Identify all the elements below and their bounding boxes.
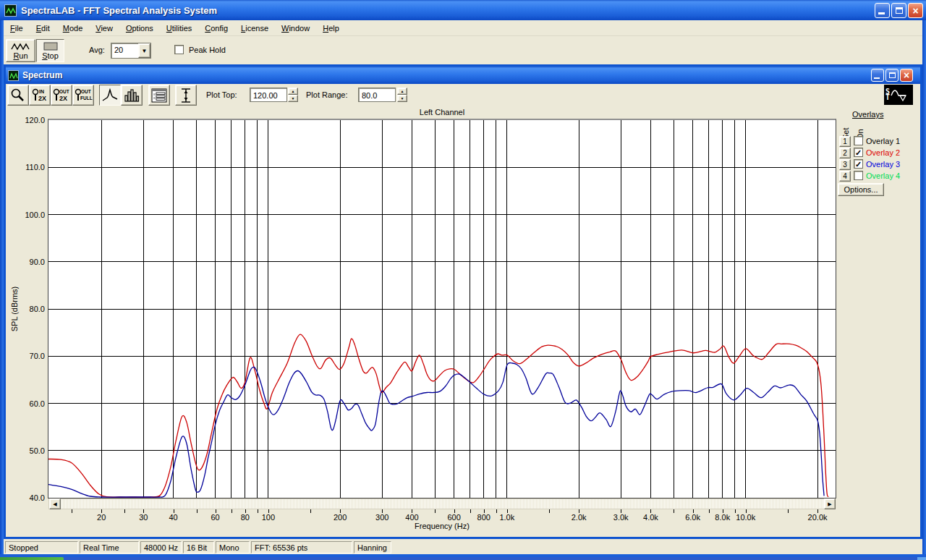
- zoom-tool-button[interactable]: [7, 85, 29, 106]
- app-icon: [4, 4, 17, 17]
- run-button[interactable]: Run: [6, 39, 35, 62]
- zoom-out-2x-button[interactable]: OUT2X: [51, 85, 72, 106]
- overlay-4-set-button[interactable]: 4: [839, 171, 851, 182]
- overlay-3-label: Overlay 3: [866, 160, 917, 169]
- tray-fragment: [917, 557, 926, 560]
- overlay-4-checkbox[interactable]: [854, 171, 863, 180]
- stop-square-icon: [43, 42, 59, 51]
- menu-view[interactable]: View: [89, 22, 119, 35]
- title-bar: SpectraLAB - FFT Spectral Analysis Syste…: [0, 0, 926, 20]
- overlay-1-label: Overlay 1: [866, 137, 917, 145]
- spin-down-icon[interactable]: ▼: [288, 95, 298, 102]
- overlay-3-set-button[interactable]: 3: [839, 159, 851, 170]
- status-fft-size: FFT: 65536 pts: [251, 541, 352, 553]
- status-channels: Mono: [216, 541, 250, 553]
- overlay-2-label: Overlay 2: [866, 148, 917, 157]
- overlay-4-label: Overlay 4: [866, 171, 917, 180]
- bar-view-button[interactable]: [121, 85, 143, 106]
- svg-text:2X: 2X: [38, 95, 46, 102]
- zoom-out-full-button[interactable]: OUTFULL: [72, 85, 94, 106]
- menu-file[interactable]: File: [4, 22, 30, 35]
- status-mode: Real Time: [80, 541, 139, 553]
- plot-top-label: Plot Top:: [206, 90, 237, 99]
- spectrum-toolbar: IN2X OUT2X OUTFULL Plot Top: ▲ ▼ Plot Ra…: [6, 84, 920, 107]
- maximize-icon: [889, 72, 896, 78]
- vertical-range-icon: [177, 87, 195, 104]
- signal-generator-icon[interactable]: ST: [884, 85, 913, 105]
- menu-config[interactable]: Config: [198, 22, 234, 35]
- overlay-2-set-button[interactable]: 2: [839, 148, 851, 158]
- minimize-button[interactable]: [875, 3, 890, 18]
- avg-dropdown-arrow-icon[interactable]: ▼: [138, 43, 150, 58]
- status-sample-rate: 48000 Hz: [140, 541, 182, 553]
- plot-range-input[interactable]: [358, 88, 396, 102]
- display-options-button[interactable]: [148, 85, 170, 106]
- overlay-1-checkbox[interactable]: [854, 136, 863, 145]
- window-title: SpectraLAB - FFT Spectral Analysis Syste…: [21, 5, 217, 16]
- spectrum-curve-icon: [101, 87, 119, 104]
- window-right-border: [922, 20, 926, 554]
- close-icon: ×: [912, 6, 918, 16]
- minimize-icon: [878, 12, 885, 14]
- main-toolbar: Run Stop Avg: 20 ▼ Peak Hold: [4, 37, 922, 64]
- avg-dropdown[interactable]: 20 ▼: [111, 43, 151, 59]
- zoom-out-2x-icon: OUT2X: [52, 87, 71, 104]
- spectrum-minimize-button[interactable]: [871, 69, 884, 82]
- menu-options[interactable]: Options: [119, 22, 160, 35]
- run-waveform-icon: [10, 42, 32, 51]
- zoom-in-2x-button[interactable]: IN2X: [29, 85, 51, 106]
- status-bar: Stopped Real Time 48000 Hz 16 Bit Mono F…: [4, 540, 922, 554]
- menu-mode[interactable]: Mode: [56, 22, 90, 35]
- menu-edit[interactable]: Edit: [30, 22, 56, 35]
- svg-text:OUT: OUT: [81, 89, 91, 94]
- spin-down-icon[interactable]: ▼: [397, 95, 407, 102]
- scroll-left-arrow[interactable]: ◀: [49, 499, 61, 509]
- status-window-function: Hanning: [354, 541, 391, 553]
- spectrum-icon: [8, 70, 19, 81]
- plot-top-input[interactable]: [250, 88, 287, 102]
- menu-help[interactable]: Help: [316, 22, 346, 35]
- overlays-options-button[interactable]: Options...: [838, 183, 884, 196]
- svg-text:FULL: FULL: [80, 96, 93, 101]
- stop-button[interactable]: Stop: [36, 39, 64, 62]
- svg-text:OUT: OUT: [59, 89, 69, 94]
- spin-up-icon[interactable]: ▲: [397, 88, 407, 95]
- overlay-1-set-button[interactable]: 1: [839, 136, 851, 147]
- avg-value: 20: [111, 43, 138, 58]
- plot-range-label: Plot Range:: [306, 90, 347, 99]
- spectrum-title-bar: Spectrum ×: [6, 67, 920, 84]
- plot-top-spinner[interactable]: ▲ ▼: [288, 88, 298, 102]
- amplitude-range-button[interactable]: [175, 85, 197, 106]
- taskbar-fragment: [0, 557, 926, 560]
- menu-bar: File Edit Mode View Options Utilities Co…: [4, 20, 922, 36]
- peak-hold-label: Peak Hold: [189, 46, 226, 54]
- spin-up-icon[interactable]: ▲: [288, 88, 298, 95]
- close-button[interactable]: ×: [908, 3, 923, 18]
- avg-label: Avg:: [89, 46, 105, 54]
- spectrum-window: Spectrum × IN2X OUT2X OUTFULL: [4, 64, 922, 539]
- peak-hold-checkbox[interactable]: [174, 45, 184, 54]
- spectrum-view-button[interactable]: [99, 85, 121, 106]
- window-left-border: [0, 20, 4, 554]
- frequency-scrollbar[interactable]: [48, 499, 836, 509]
- start-button-fragment: [0, 557, 64, 560]
- menu-window[interactable]: Window: [275, 22, 316, 35]
- menu-utilities[interactable]: Utilities: [160, 22, 198, 35]
- spectrum-window-title: Spectrum: [22, 70, 62, 80]
- svg-text:2X: 2X: [59, 95, 67, 102]
- spectrum-close-button[interactable]: ×: [900, 69, 913, 82]
- options-list-icon: [150, 87, 168, 104]
- overlay-3-checkbox[interactable]: ✓: [854, 159, 863, 169]
- close-icon: ×: [904, 70, 909, 80]
- menu-license[interactable]: License: [234, 22, 275, 35]
- status-bit-depth: 16 Bit: [183, 541, 214, 553]
- bar-chart-icon: [123, 87, 140, 104]
- spectrum-maximize-button[interactable]: [885, 69, 899, 82]
- svg-text:IN: IN: [39, 89, 44, 94]
- plot-range-spinner[interactable]: ▲ ▼: [397, 88, 407, 102]
- overlay-2-checkbox[interactable]: ✓: [854, 148, 863, 157]
- minimize-icon: [874, 77, 880, 79]
- maximize-icon: [896, 7, 903, 14]
- maximize-button[interactable]: [891, 3, 906, 18]
- scroll-right-arrow[interactable]: ▶: [824, 499, 836, 509]
